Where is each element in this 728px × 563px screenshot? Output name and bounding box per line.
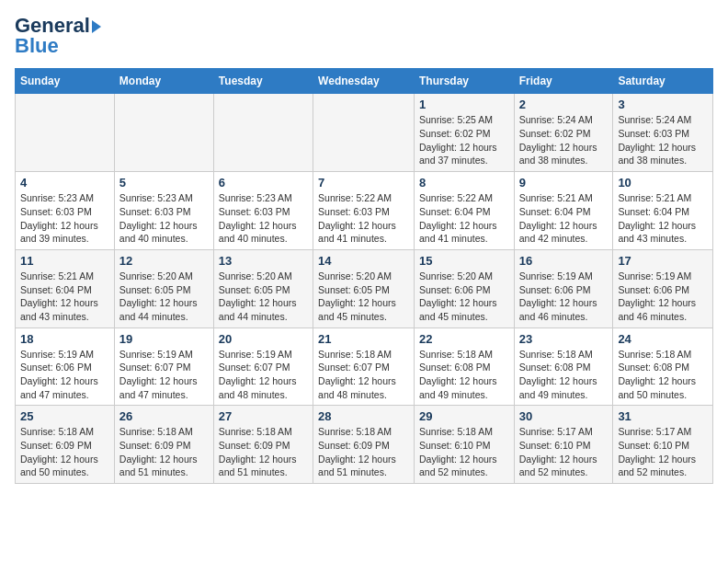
calendar-cell: 31Sunrise: 5:17 AM Sunset: 6:10 PM Dayli… — [613, 406, 713, 484]
calendar-cell: 25Sunrise: 5:18 AM Sunset: 6:09 PM Dayli… — [16, 406, 115, 484]
day-details: Sunrise: 5:19 AM Sunset: 6:06 PM Dayligh… — [519, 270, 609, 324]
day-number: 24 — [618, 332, 708, 346]
day-details: Sunrise: 5:21 AM Sunset: 6:04 PM Dayligh… — [20, 270, 109, 324]
day-details: Sunrise: 5:18 AM Sunset: 6:08 PM Dayligh… — [519, 348, 609, 402]
calendar-cell: 2Sunrise: 5:24 AM Sunset: 6:02 PM Daylig… — [514, 94, 613, 172]
calendar-cell: 15Sunrise: 5:20 AM Sunset: 6:06 PM Dayli… — [414, 249, 514, 327]
day-number: 13 — [219, 254, 308, 268]
calendar-cell: 3Sunrise: 5:24 AM Sunset: 6:03 PM Daylig… — [613, 94, 713, 172]
day-details: Sunrise: 5:19 AM Sunset: 6:06 PM Dayligh… — [20, 348, 109, 402]
day-number: 22 — [419, 332, 509, 346]
weekday-header-monday: Monday — [114, 69, 213, 94]
calendar-cell: 18Sunrise: 5:19 AM Sunset: 6:06 PM Dayli… — [16, 327, 115, 406]
calendar-cell: 11Sunrise: 5:21 AM Sunset: 6:04 PM Dayli… — [16, 249, 115, 327]
day-number: 17 — [618, 254, 708, 268]
weekday-header-friday: Friday — [514, 69, 613, 94]
day-details: Sunrise: 5:18 AM Sunset: 6:09 PM Dayligh… — [20, 425, 109, 479]
day-number: 6 — [219, 176, 308, 190]
weekday-header-thursday: Thursday — [414, 69, 514, 94]
day-details: Sunrise: 5:19 AM Sunset: 6:07 PM Dayligh… — [219, 348, 308, 402]
calendar-cell — [16, 94, 115, 172]
day-number: 21 — [318, 332, 409, 346]
day-number: 9 — [519, 176, 609, 190]
day-details: Sunrise: 5:20 AM Sunset: 6:05 PM Dayligh… — [318, 270, 409, 324]
day-details: Sunrise: 5:22 AM Sunset: 6:04 PM Dayligh… — [419, 191, 509, 246]
day-number: 11 — [20, 254, 109, 268]
calendar-cell: 5Sunrise: 5:23 AM Sunset: 6:03 PM Daylig… — [114, 172, 213, 250]
calendar-cell: 4Sunrise: 5:23 AM Sunset: 6:03 PM Daylig… — [16, 172, 115, 250]
calendar-cell: 14Sunrise: 5:20 AM Sunset: 6:05 PM Dayli… — [313, 249, 415, 327]
calendar-header-row: SundayMondayTuesdayWednesdayThursdayFrid… — [16, 69, 713, 94]
calendar-week-4: 18Sunrise: 5:19 AM Sunset: 6:06 PM Dayli… — [16, 327, 713, 406]
calendar-cell: 7Sunrise: 5:22 AM Sunset: 6:03 PM Daylig… — [313, 172, 415, 250]
day-number: 23 — [519, 332, 609, 346]
day-number: 4 — [20, 176, 109, 190]
day-number: 14 — [318, 254, 409, 268]
logo-text-blue: Blue — [15, 35, 59, 57]
calendar-cell: 10Sunrise: 5:21 AM Sunset: 6:04 PM Dayli… — [613, 172, 713, 250]
calendar-cell: 23Sunrise: 5:18 AM Sunset: 6:08 PM Dayli… — [514, 327, 613, 406]
day-number: 7 — [318, 176, 409, 190]
day-number: 2 — [519, 98, 609, 111]
calendar-cell: 17Sunrise: 5:19 AM Sunset: 6:06 PM Dayli… — [613, 249, 713, 327]
calendar-cell — [213, 94, 313, 172]
calendar-week-2: 4Sunrise: 5:23 AM Sunset: 6:03 PM Daylig… — [16, 172, 713, 250]
weekday-header-tuesday: Tuesday — [213, 69, 313, 94]
calendar-cell: 24Sunrise: 5:18 AM Sunset: 6:08 PM Dayli… — [613, 327, 713, 406]
day-details: Sunrise: 5:20 AM Sunset: 6:06 PM Dayligh… — [419, 270, 509, 324]
day-details: Sunrise: 5:19 AM Sunset: 6:06 PM Dayligh… — [618, 270, 708, 324]
day-number: 28 — [318, 409, 409, 423]
page-header: General Blue — [15, 15, 713, 57]
day-details: Sunrise: 5:24 AM Sunset: 6:03 PM Dayligh… — [618, 113, 708, 167]
calendar-cell: 9Sunrise: 5:21 AM Sunset: 6:04 PM Daylig… — [514, 172, 613, 250]
weekday-header-sunday: Sunday — [16, 69, 115, 94]
day-number: 16 — [519, 254, 609, 268]
day-number: 19 — [119, 332, 209, 346]
day-number: 1 — [419, 98, 509, 111]
weekday-header-saturday: Saturday — [613, 69, 713, 94]
day-number: 27 — [219, 409, 308, 423]
calendar-cell: 27Sunrise: 5:18 AM Sunset: 6:09 PM Dayli… — [213, 406, 313, 484]
weekday-header-wednesday: Wednesday — [313, 69, 415, 94]
calendar-cell: 29Sunrise: 5:18 AM Sunset: 6:10 PM Dayli… — [414, 406, 514, 484]
calendar-cell: 22Sunrise: 5:18 AM Sunset: 6:08 PM Dayli… — [414, 327, 514, 406]
day-details: Sunrise: 5:19 AM Sunset: 6:07 PM Dayligh… — [119, 348, 209, 402]
calendar-cell: 21Sunrise: 5:18 AM Sunset: 6:07 PM Dayli… — [313, 327, 415, 406]
day-details: Sunrise: 5:20 AM Sunset: 6:05 PM Dayligh… — [219, 270, 308, 324]
day-details: Sunrise: 5:18 AM Sunset: 6:10 PM Dayligh… — [419, 425, 509, 479]
day-details: Sunrise: 5:18 AM Sunset: 6:09 PM Dayligh… — [119, 425, 209, 479]
day-number: 26 — [119, 409, 209, 423]
calendar-table: SundayMondayTuesdayWednesdayThursdayFrid… — [15, 68, 713, 484]
day-details: Sunrise: 5:21 AM Sunset: 6:04 PM Dayligh… — [519, 191, 609, 246]
day-details: Sunrise: 5:21 AM Sunset: 6:04 PM Dayligh… — [618, 191, 708, 246]
day-details: Sunrise: 5:18 AM Sunset: 6:09 PM Dayligh… — [219, 425, 308, 479]
calendar-week-5: 25Sunrise: 5:18 AM Sunset: 6:09 PM Dayli… — [16, 406, 713, 484]
calendar-cell: 26Sunrise: 5:18 AM Sunset: 6:09 PM Dayli… — [114, 406, 213, 484]
day-number: 18 — [20, 332, 109, 346]
day-number: 29 — [419, 409, 509, 423]
calendar-cell: 12Sunrise: 5:20 AM Sunset: 6:05 PM Dayli… — [114, 249, 213, 327]
calendar-body: 1Sunrise: 5:25 AM Sunset: 6:02 PM Daylig… — [16, 94, 713, 484]
calendar-week-1: 1Sunrise: 5:25 AM Sunset: 6:02 PM Daylig… — [16, 94, 713, 172]
day-number: 15 — [419, 254, 509, 268]
day-details: Sunrise: 5:25 AM Sunset: 6:02 PM Dayligh… — [419, 113, 509, 167]
calendar-week-3: 11Sunrise: 5:21 AM Sunset: 6:04 PM Dayli… — [16, 249, 713, 327]
day-number: 25 — [20, 409, 109, 423]
day-number: 8 — [419, 176, 509, 190]
logo: General Blue — [15, 15, 101, 57]
calendar-cell: 1Sunrise: 5:25 AM Sunset: 6:02 PM Daylig… — [414, 94, 514, 172]
day-details: Sunrise: 5:22 AM Sunset: 6:03 PM Dayligh… — [318, 191, 409, 246]
day-number: 30 — [519, 409, 609, 423]
day-details: Sunrise: 5:17 AM Sunset: 6:10 PM Dayligh… — [618, 425, 708, 479]
day-details: Sunrise: 5:17 AM Sunset: 6:10 PM Dayligh… — [519, 425, 609, 479]
day-details: Sunrise: 5:23 AM Sunset: 6:03 PM Dayligh… — [20, 191, 109, 246]
day-number: 3 — [618, 98, 708, 111]
calendar-cell: 13Sunrise: 5:20 AM Sunset: 6:05 PM Dayli… — [213, 249, 313, 327]
day-number: 20 — [219, 332, 308, 346]
calendar-cell — [313, 94, 415, 172]
day-details: Sunrise: 5:18 AM Sunset: 6:07 PM Dayligh… — [318, 348, 409, 402]
calendar-cell: 6Sunrise: 5:23 AM Sunset: 6:03 PM Daylig… — [213, 172, 313, 250]
day-details: Sunrise: 5:23 AM Sunset: 6:03 PM Dayligh… — [119, 191, 209, 246]
calendar-cell: 30Sunrise: 5:17 AM Sunset: 6:10 PM Dayli… — [514, 406, 613, 484]
calendar-cell — [114, 94, 213, 172]
